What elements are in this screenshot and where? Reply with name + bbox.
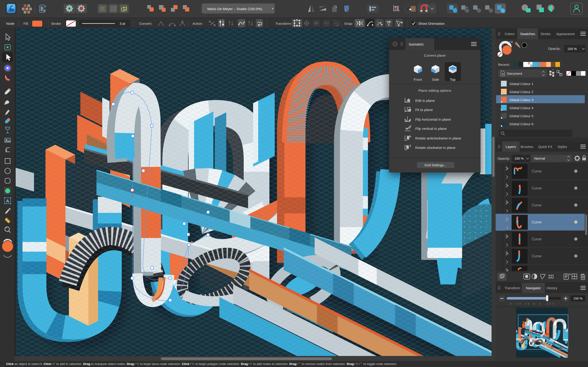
svg-text:Appearance: Appearance — [556, 32, 575, 36]
svg-text:Stroke: Stroke — [51, 22, 61, 25]
svg-text:Global Colour 6: Global Colour 6 — [510, 122, 533, 126]
svg-text:Stroke: Stroke — [540, 32, 550, 36]
svg-text:Brushes: Brushes — [520, 145, 533, 149]
svg-text:Global Colour 1: Global Colour 1 — [510, 82, 533, 86]
svg-text:Global Colour 5: Global Colour 5 — [510, 114, 533, 118]
svg-text:Top: Top — [450, 77, 456, 81]
svg-text:*: * — [272, 7, 274, 12]
svg-text:Curve: Curve — [532, 203, 542, 207]
svg-text:Fit to plane: Fit to plane — [415, 108, 433, 112]
svg-text:Colour: Colour — [505, 32, 515, 36]
svg-text:150 %: 150 % — [573, 297, 582, 300]
svg-text:Curve: Curve — [532, 254, 542, 258]
svg-text:Rotate clockwise in plane: Rotate clockwise in plane — [415, 146, 456, 150]
svg-text:Flip vertical in plane: Flip vertical in plane — [415, 127, 447, 131]
svg-text:Global Colour 2: Global Colour 2 — [510, 90, 533, 94]
svg-text:Curve: Curve — [532, 169, 542, 173]
svg-text:Grid Settings...: Grid Settings... — [424, 163, 447, 167]
svg-text:Global Colour 3: Global Colour 3 — [510, 98, 533, 102]
svg-text:Transform:: Transform: — [275, 22, 292, 25]
svg-text:Fill:: Fill: — [23, 22, 29, 25]
svg-text:Plane editing options: Plane editing options — [418, 89, 451, 92]
svg-text:Isometric: Isometric — [409, 42, 424, 46]
svg-text:Convert:: Convert: — [139, 22, 152, 25]
svg-text:Opacity:: Opacity: — [498, 156, 510, 160]
svg-text:100 %: 100 % — [515, 157, 524, 160]
svg-text:Mario De Meyer – Snake (150.0%: Mario De Meyer – Snake (150.0%) — [208, 7, 262, 11]
svg-text:Opacity:: Opacity: — [548, 47, 561, 50]
svg-text:Curve: Curve — [532, 237, 542, 241]
svg-text:Styles: Styles — [558, 145, 567, 149]
svg-text:Snap:: Snap: — [344, 22, 353, 25]
svg-text:Current plane: Current plane — [424, 53, 446, 57]
svg-text:Navigator: Navigator — [526, 286, 541, 290]
svg-text:Edit in plane: Edit in plane — [415, 99, 435, 102]
svg-text:Front: Front — [414, 77, 422, 81]
svg-text:Document: Document — [507, 72, 522, 75]
svg-text:Quick FX: Quick FX — [538, 145, 552, 149]
svg-text:Rotate anticlockwise in plane: Rotate anticlockwise in plane — [415, 136, 461, 140]
svg-text:Show Orientation: Show Orientation — [418, 22, 445, 25]
svg-text:Global Colour 4: Global Colour 4 — [510, 106, 533, 110]
svg-text:A: A — [6, 199, 9, 203]
svg-text:100 %: 100 % — [567, 47, 577, 51]
svg-text:Recent:: Recent: — [498, 63, 510, 67]
svg-text:Side: Side — [432, 77, 439, 81]
svg-text:Layers: Layers — [506, 145, 516, 149]
svg-text:3 pt: 3 pt — [120, 22, 125, 25]
svg-text:History: History — [547, 286, 557, 290]
svg-text:Curve: Curve — [532, 186, 542, 190]
svg-text:Flip horizontal in plane: Flip horizontal in plane — [415, 117, 451, 121]
svg-text:Swatches: Swatches — [520, 32, 535, 36]
svg-text:Action:: Action: — [192, 22, 203, 25]
svg-text:Node: Node — [6, 22, 15, 25]
svg-text:Curve: Curve — [532, 220, 542, 224]
svg-text:Normal: Normal — [534, 157, 545, 160]
svg-text:Transform: Transform — [505, 286, 520, 290]
